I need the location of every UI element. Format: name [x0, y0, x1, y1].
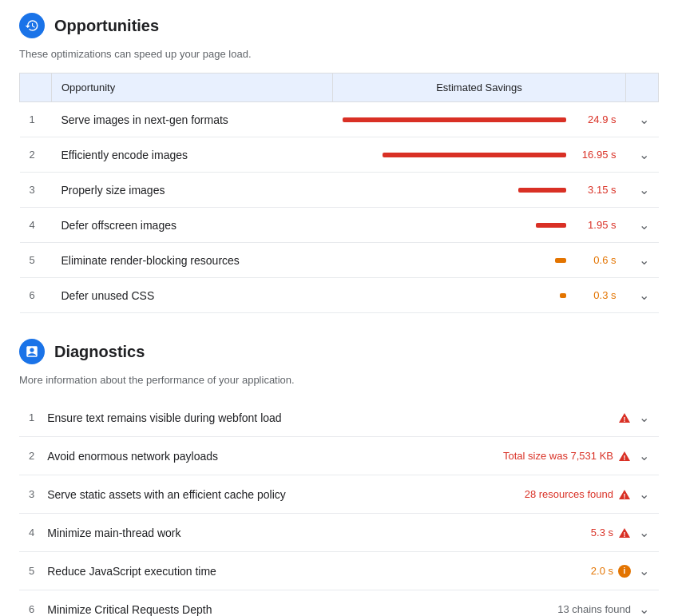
table-row[interactable]: 3 Serve static assets with an efficient … [19, 475, 659, 514]
table-row[interactable]: 1 Serve images in next-gen formats 24.9 … [20, 102, 659, 137]
savings-cell: 24.9 s [333, 102, 626, 137]
chevron-down-icon[interactable]: ⌄ [639, 525, 649, 540]
row-number: 6 [19, 590, 44, 617]
row-number: 5 [19, 552, 44, 590]
svg-text:!: ! [624, 454, 626, 462]
diagnostic-label: Total size was 7,531 KB [503, 450, 613, 462]
opportunity-name: Efficiently encode images [52, 137, 333, 173]
diagnostic-right: 2.0 s i ⌄ [393, 552, 659, 590]
opportunities-table: Opportunity Estimated Savings 1 Serve im… [19, 73, 659, 313]
diagnostics-header: Diagnostics [19, 339, 659, 364]
diagnostic-label: 5.3 s [591, 527, 613, 539]
chevron-down-icon[interactable]: ⌄ [639, 253, 649, 267]
table-row[interactable]: 1 Ensure text remains visible during web… [19, 399, 659, 437]
table-row[interactable]: 6 Defer unused CSS 0.3 s ⌄ [20, 278, 659, 313]
expand-cell[interactable]: ⌄ [626, 102, 659, 137]
opportunity-name: Eliminate render-blocking resources [52, 243, 333, 278]
info-icon: i [618, 565, 631, 578]
diagnostics-section: Diagnostics More information about the p… [19, 339, 659, 616]
diagnostic-right: ! ⌄ [393, 399, 659, 437]
chevron-down-icon[interactable]: ⌄ [639, 487, 649, 502]
expand-cell[interactable]: ⌄ [626, 243, 659, 278]
diagnostic-name: Avoid enormous network payloads [44, 437, 393, 475]
savings-cell: 16.95 s [333, 137, 626, 173]
savings-cell: 3.15 s [333, 173, 626, 208]
chevron-down-icon[interactable]: ⌄ [639, 288, 649, 302]
chevron-down-icon[interactable]: ⌄ [639, 148, 649, 161]
row-number: 1 [20, 102, 52, 137]
diagnostic-label: 28 resources found [525, 488, 613, 500]
row-number: 4 [20, 208, 52, 243]
savings-bar-container [343, 153, 566, 157]
opportunities-header: Opportunities [19, 13, 659, 38]
table-row[interactable]: 3 Properly size images 3.15 s ⌄ [20, 173, 659, 208]
savings-cell: 0.6 s [333, 243, 626, 278]
col-num-header [20, 74, 52, 102]
diagnostics-subtitle: More information about the performance o… [19, 374, 659, 386]
expand-cell[interactable]: ⌄ [626, 208, 659, 243]
opportunity-name: Defer offscreen images [52, 208, 333, 243]
savings-value: 16.95 s [573, 149, 617, 161]
savings-bar [383, 153, 566, 157]
table-row[interactable]: 5 Eliminate render-blocking resources 0.… [20, 243, 659, 278]
opportunities-section: Opportunities These optimizations can sp… [19, 13, 659, 313]
warning-icon: ! [618, 450, 631, 463]
svg-text:!: ! [624, 492, 626, 500]
table-row[interactable]: 2 Efficiently encode images 16.95 s ⌄ [20, 137, 659, 173]
savings-bar [560, 293, 566, 298]
svg-text:!: ! [624, 415, 626, 423]
diagnostic-right: Total size was 7,531 KB ! ⌄ [393, 437, 659, 475]
table-row[interactable]: 2 Avoid enormous network payloads Total … [19, 437, 659, 475]
expand-cell[interactable]: ⌄ [626, 173, 659, 208]
row-number: 2 [19, 437, 44, 475]
table-row[interactable]: 6 Minimize Critical Requests Depth 13 ch… [19, 590, 659, 617]
diagnostic-right: 13 chains found ⌄ [393, 590, 659, 617]
row-number: 2 [20, 137, 52, 173]
table-row[interactable]: 4 Minimize main-thread work 5.3 s ! ⌄ [19, 514, 659, 552]
expand-cell[interactable]: ⌄ [626, 137, 659, 173]
diagnostic-name: Reduce JavaScript execution time [44, 552, 393, 590]
savings-bar-container [343, 293, 566, 298]
savings-value: 0.6 s [573, 254, 617, 266]
warning-icon: ! [618, 411, 631, 424]
opportunities-icon [19, 13, 45, 38]
savings-value: 24.9 s [573, 113, 617, 125]
chevron-down-icon[interactable]: ⌄ [639, 563, 649, 578]
chevron-down-icon[interactable]: ⌄ [639, 410, 649, 425]
chevron-down-icon[interactable]: ⌄ [639, 218, 649, 232]
savings-bar-container [343, 223, 566, 228]
col-opportunity-header: Opportunity [52, 74, 333, 102]
opportunities-subtitle: These optimizations can speed up your pa… [19, 48, 659, 60]
savings-bar [555, 258, 566, 263]
chevron-down-icon[interactable]: ⌄ [639, 183, 649, 197]
savings-value: 1.95 s [573, 219, 617, 231]
opportunity-name: Defer unused CSS [52, 278, 333, 313]
savings-value: 0.3 s [573, 289, 617, 301]
diagnostic-right: 5.3 s ! ⌄ [393, 514, 659, 552]
row-number: 1 [19, 399, 44, 437]
chevron-down-icon[interactable]: ⌄ [639, 448, 649, 463]
table-row[interactable]: 4 Defer offscreen images 1.95 s ⌄ [20, 208, 659, 243]
opportunity-name: Properly size images [52, 173, 333, 208]
diagnostic-right: 28 resources found ! ⌄ [393, 475, 659, 514]
diagnostics-table: 1 Ensure text remains visible during web… [19, 399, 659, 616]
diagnostic-label: 13 chains found [557, 603, 631, 615]
row-number: 3 [20, 173, 52, 208]
savings-bar [536, 223, 566, 228]
opportunity-name: Serve images in next-gen formats [52, 102, 333, 137]
row-number: 4 [19, 514, 44, 552]
expand-cell[interactable]: ⌄ [626, 278, 659, 313]
savings-bar-container [343, 188, 566, 193]
table-row[interactable]: 5 Reduce JavaScript execution time 2.0 s… [19, 552, 659, 590]
diagnostic-name: Ensure text remains visible during webfo… [44, 399, 393, 437]
diagnostic-name: Minimize Critical Requests Depth [44, 590, 393, 617]
row-number: 3 [19, 475, 44, 514]
chevron-down-icon[interactable]: ⌄ [639, 113, 649, 126]
diagnostic-label: 2.0 s [591, 565, 613, 577]
diagnostic-name: Serve static assets with an efficient ca… [44, 475, 393, 514]
row-number: 6 [20, 278, 52, 313]
savings-bar [518, 188, 566, 193]
savings-cell: 1.95 s [333, 208, 626, 243]
warning-icon: ! [618, 527, 631, 539]
chevron-down-icon[interactable]: ⌄ [639, 602, 649, 616]
